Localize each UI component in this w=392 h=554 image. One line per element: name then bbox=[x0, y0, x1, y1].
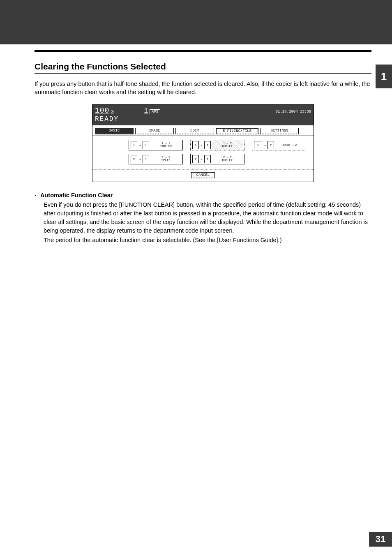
page-icon: 2 bbox=[204, 141, 211, 149]
option-label: DUPLEX bbox=[222, 159, 233, 162]
option-2to2-duplex[interactable]: 2 ➔ 2 2 → 2 DUPLEX bbox=[190, 154, 244, 164]
aps-chip: APS bbox=[150, 109, 160, 114]
bullet-body-1: Even if you do not press the [FUNCTION C… bbox=[44, 201, 371, 235]
panel-datetime: 01.28.2004 13:38 bbox=[276, 110, 311, 114]
percent-symbol: % bbox=[111, 109, 113, 114]
option-split[interactable]: 2 ➔ 1 2 → 1 SPLIT bbox=[129, 154, 183, 164]
tab-efiling[interactable]: E-FILING/FILE bbox=[216, 128, 258, 134]
page-icon: 2 bbox=[267, 141, 274, 149]
panel-tabs: BASIC IMAGE EDIT E-FILING/FILE SETTINGS bbox=[92, 125, 314, 135]
section-title: Clearing the Functions Selected bbox=[35, 62, 371, 74]
option-label: DUPLEX bbox=[222, 145, 233, 148]
book-icon: ▯▯ bbox=[254, 141, 262, 149]
bullet-body-2: The period for the automatic function cl… bbox=[44, 236, 371, 245]
page-icon: 1 bbox=[131, 141, 137, 149]
page-icon: 2 bbox=[192, 155, 199, 163]
arrow-icon: ➔ bbox=[264, 143, 266, 147]
ready-status: READY bbox=[95, 115, 311, 123]
tab-settings[interactable]: SETTINGS bbox=[260, 128, 299, 134]
arrow-icon: ➔ bbox=[139, 143, 141, 147]
option-book-to-2[interactable]: ▯▯ ➔ 2 Book → 2 bbox=[252, 140, 306, 150]
cancel-button[interactable]: CANCEL bbox=[191, 172, 215, 178]
page-icon: 2 bbox=[131, 155, 137, 163]
tab-edit[interactable]: EDIT bbox=[175, 128, 214, 134]
option-label: SPLIT bbox=[161, 159, 170, 162]
arrow-icon: ➔ bbox=[139, 157, 141, 161]
arrow-icon: ➔ bbox=[201, 143, 203, 147]
bullet-heading-row: - Automatic Function Clear bbox=[35, 191, 371, 200]
copy-count: 1 bbox=[144, 107, 148, 115]
arrow-icon: ➔ bbox=[201, 157, 203, 161]
zoom-percent: 100 bbox=[95, 106, 109, 115]
option-label: Book → 2 bbox=[283, 144, 297, 147]
bullet-heading: Automatic Function Clear bbox=[40, 192, 113, 199]
top-dark-bar bbox=[0, 0, 392, 44]
tab-basic[interactable]: BASIC bbox=[95, 128, 134, 134]
page-icon: 1 bbox=[192, 141, 199, 149]
page-number: 31 bbox=[369, 532, 392, 547]
panel-header: 100 % 1 APS 01.28.2004 13:38 READY bbox=[92, 105, 314, 125]
copier-touch-panel: 100 % 1 APS 01.28.2004 13:38 READY BASIC bbox=[92, 104, 314, 182]
duplex-options: 1 ➔ 1 1 → 1 SIMPLEX 1 ➔ 2 bbox=[92, 135, 314, 168]
option-1to2-duplex[interactable]: 1 ➔ 2 1 → 2 DUPLEX bbox=[190, 140, 244, 150]
intro-text: If you press any button that is half-ton… bbox=[35, 80, 371, 97]
page-icon: 1 bbox=[143, 155, 149, 163]
tab-image[interactable]: IMAGE bbox=[135, 128, 174, 134]
chapter-tab: 1 bbox=[376, 65, 392, 88]
page-icon: 1 bbox=[143, 141, 149, 149]
option-simplex[interactable]: 1 ➔ 1 1 → 1 SIMPLEX bbox=[129, 140, 183, 150]
option-label: SIMPLEX bbox=[160, 145, 172, 148]
page-icon: 2 bbox=[204, 155, 211, 163]
